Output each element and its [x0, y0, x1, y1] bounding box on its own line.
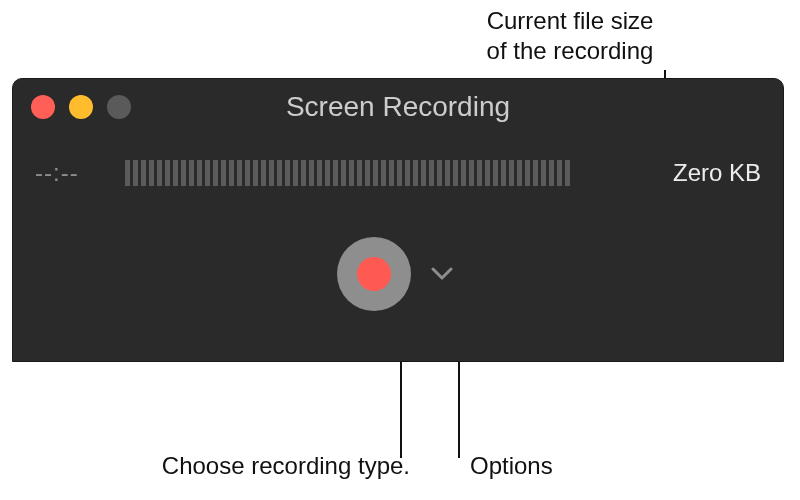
level-segment — [477, 160, 482, 186]
level-segment — [269, 160, 274, 186]
record-button[interactable] — [337, 237, 411, 311]
level-segment — [357, 160, 362, 186]
level-segment — [245, 160, 250, 186]
level-segment — [541, 160, 546, 186]
level-segment — [389, 160, 394, 186]
level-segment — [493, 160, 498, 186]
level-segment — [261, 160, 266, 186]
level-segment — [517, 160, 522, 186]
level-segment — [461, 160, 466, 186]
level-segment — [317, 160, 322, 186]
recording-timer: --:-- — [35, 159, 105, 187]
level-segment — [421, 160, 426, 186]
minimize-icon[interactable] — [69, 95, 93, 119]
level-segment — [413, 160, 418, 186]
level-segment — [485, 160, 490, 186]
level-segment — [237, 160, 242, 186]
level-segment — [229, 160, 234, 186]
callout-record: Choose recording type. — [90, 452, 410, 480]
record-icon — [357, 257, 391, 291]
level-segment — [325, 160, 330, 186]
level-segment — [557, 160, 562, 186]
level-segment — [173, 160, 178, 186]
chevron-down-icon — [431, 267, 453, 281]
level-segment — [165, 160, 170, 186]
level-segment — [509, 160, 514, 186]
level-segment — [365, 160, 370, 186]
level-segment — [181, 160, 186, 186]
level-segment — [125, 160, 130, 186]
level-segment — [469, 160, 474, 186]
level-segment — [405, 160, 410, 186]
level-segment — [429, 160, 434, 186]
level-segment — [501, 160, 506, 186]
close-icon[interactable] — [31, 95, 55, 119]
level-segment — [157, 160, 162, 186]
window-controls — [31, 95, 131, 119]
level-segment — [333, 160, 338, 186]
level-segment — [525, 160, 530, 186]
level-segment — [301, 160, 306, 186]
level-segment — [205, 160, 210, 186]
level-segment — [533, 160, 538, 186]
level-segment — [549, 160, 554, 186]
controls-row — [13, 237, 783, 311]
level-segment — [277, 160, 282, 186]
file-size-readout: Zero KB — [673, 159, 761, 187]
level-segment — [253, 160, 258, 186]
level-segment — [213, 160, 218, 186]
level-segment — [349, 160, 354, 186]
callout-filesize: Current file size of the recording — [440, 6, 700, 66]
level-segment — [189, 160, 194, 186]
status-row: --:-- Zero KB — [13, 135, 783, 187]
callout-filesize-line2: of the recording — [440, 36, 700, 66]
level-segment — [197, 160, 202, 186]
level-segment — [437, 160, 442, 186]
level-segment — [149, 160, 154, 186]
level-segment — [397, 160, 402, 186]
level-segment — [445, 160, 450, 186]
level-segment — [373, 160, 378, 186]
level-segment — [221, 160, 226, 186]
titlebar: Screen Recording — [13, 79, 783, 135]
level-segment — [309, 160, 314, 186]
callout-options-leader — [458, 362, 460, 458]
level-segment — [293, 160, 298, 186]
level-segment — [341, 160, 346, 186]
callout-filesize-line1: Current file size — [440, 6, 700, 36]
level-segment — [453, 160, 458, 186]
callout-options: Options — [470, 452, 553, 480]
screen-recording-window: Screen Recording --:-- Zero KB — [12, 78, 784, 362]
audio-level-meter — [125, 160, 653, 186]
level-segment — [285, 160, 290, 186]
options-dropdown-button[interactable] — [425, 261, 459, 287]
level-segment — [133, 160, 138, 186]
level-segment — [381, 160, 386, 186]
level-segment — [141, 160, 146, 186]
level-segment — [565, 160, 570, 186]
callout-record-leader — [400, 362, 402, 458]
zoom-icon — [107, 95, 131, 119]
